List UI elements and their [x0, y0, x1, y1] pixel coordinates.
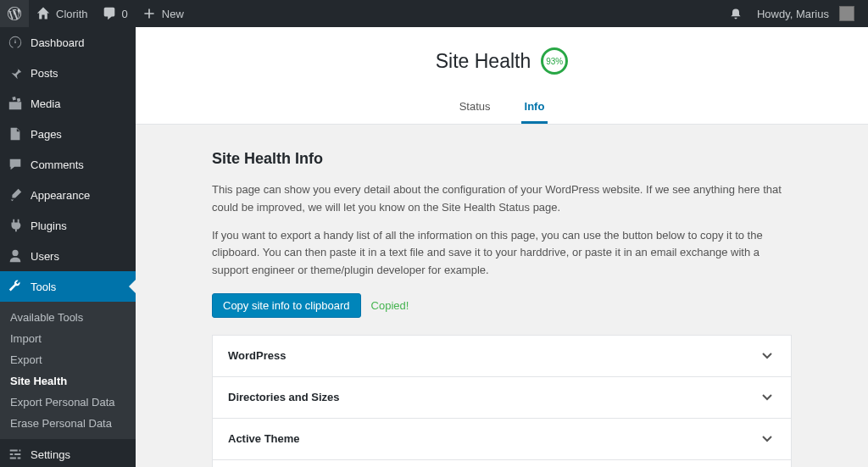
accordion-label-text: Directories and Sizes: [228, 391, 340, 403]
accordion-item-wordpress[interactable]: WordPress: [212, 336, 792, 377]
submenu-item-import[interactable]: Import: [0, 328, 136, 349]
sidebar-item-settings[interactable]: Settings: [0, 439, 136, 467]
site-name-link[interactable]: Clorith: [29, 0, 95, 27]
sidebar-item-label: Posts: [31, 67, 58, 80]
sidebar-item-label: Media: [31, 97, 60, 110]
sidebar-item-posts[interactable]: Posts: [0, 58, 136, 88]
sidebar-item-comments[interactable]: Comments: [0, 149, 136, 180]
submenu-item-erase-personal-data[interactable]: Erase Personal Data: [0, 413, 136, 434]
submenu-item-export-personal-data[interactable]: Export Personal Data: [0, 392, 136, 413]
plug-icon: [7, 217, 24, 234]
page-icon: [7, 125, 24, 142]
comments-link[interactable]: 0: [95, 0, 135, 27]
accordion-item-directories[interactable]: Directories and Sizes: [212, 377, 792, 419]
sidebar-item-label: Plugins: [31, 220, 67, 232]
sidebar-item-label: Users: [31, 250, 59, 263]
pin-icon: [7, 64, 24, 81]
comment-icon: [7, 156, 24, 173]
sidebar-item-label: Comments: [31, 158, 84, 171]
sidebar-item-appearance[interactable]: Appearance: [0, 180, 136, 210]
tab-info[interactable]: Info: [521, 92, 548, 124]
sidebar-item-label: Tools: [31, 281, 56, 293]
tab-status[interactable]: Status: [456, 92, 494, 124]
accordion-item-other-themes[interactable]: Other Themes (1): [212, 460, 792, 467]
brush-icon: [7, 186, 24, 203]
score-value: 93%: [546, 57, 563, 66]
comments-count: 0: [122, 8, 128, 20]
chevron-down-icon: [759, 389, 776, 406]
home-icon: [36, 6, 51, 21]
media-icon: [7, 95, 24, 112]
wrench-icon: [7, 278, 24, 295]
sidebar-item-dashboard[interactable]: Dashboard: [0, 27, 136, 58]
comment-bubble-icon: [102, 6, 117, 21]
description-2: If you want to export a handy list of al…: [212, 227, 792, 280]
accordion-item-active-theme[interactable]: Active Theme: [212, 419, 792, 460]
wordpress-icon: [7, 6, 22, 21]
plus-icon: [142, 6, 157, 21]
wordpress-logo[interactable]: [0, 0, 29, 27]
sidebar-item-pages[interactable]: Pages: [0, 119, 136, 149]
chevron-down-icon: [759, 431, 776, 448]
admin-bar: Clorith 0 New Howdy, Marius: [0, 0, 868, 27]
submenu-item-site-health[interactable]: Site Health: [0, 370, 136, 392]
user-icon: [7, 247, 24, 264]
sidebar-item-users[interactable]: Users: [0, 241, 136, 271]
site-name: Clorith: [56, 8, 88, 20]
bell-icon: [728, 6, 743, 21]
submenu-item-export[interactable]: Export: [0, 349, 136, 370]
page-body: Site Health Info This page can show you …: [136, 125, 868, 467]
page-header: Site Health 93% Status Info: [136, 27, 868, 125]
site-health-score: 93%: [541, 47, 568, 75]
sliders-icon: [7, 446, 24, 463]
submenu-item-available-tools[interactable]: Available Tools: [0, 307, 136, 328]
new-label: New: [162, 8, 184, 20]
copy-site-info-button[interactable]: Copy site info to clipboard: [212, 293, 361, 318]
sidebar-item-label: Settings: [31, 448, 70, 461]
section-title: Site Health Info: [212, 150, 792, 168]
site-health-tabs: Status Info: [136, 92, 868, 125]
sidebar-item-label: Dashboard: [31, 36, 85, 49]
site-health-accordion: WordPress Directories and Sizes: [212, 335, 792, 467]
accordion-label-text: Active Theme: [228, 432, 300, 445]
sidebar-item-tools[interactable]: Tools: [0, 271, 136, 302]
avatar: [839, 6, 854, 21]
notifications-link[interactable]: [721, 0, 750, 27]
sidebar-item-label: Pages: [31, 128, 62, 141]
new-content-link[interactable]: New: [135, 0, 191, 27]
howdy-text: Howdy, Marius: [757, 8, 829, 20]
admin-sidebar: Dashboard Posts Media Pages Comments: [0, 27, 136, 467]
sidebar-item-label: Appearance: [31, 189, 90, 202]
description-1: This page can show you every detail abou…: [212, 181, 792, 217]
sidebar-item-plugins[interactable]: Plugins: [0, 210, 136, 241]
sidebar-submenu-tools: Available Tools Import Export Site Healt…: [0, 302, 136, 439]
dashboard-icon: [7, 34, 24, 51]
content-area: Site Health 93% Status Info Site Health …: [136, 27, 868, 467]
copied-indicator: Copied!: [371, 299, 409, 312]
accordion-label-text: WordPress: [228, 349, 286, 362]
sidebar-item-media[interactable]: Media: [0, 88, 136, 119]
my-account-link[interactable]: Howdy, Marius: [750, 0, 861, 27]
chevron-down-icon: [759, 347, 776, 364]
page-title: Site Health: [436, 50, 531, 73]
